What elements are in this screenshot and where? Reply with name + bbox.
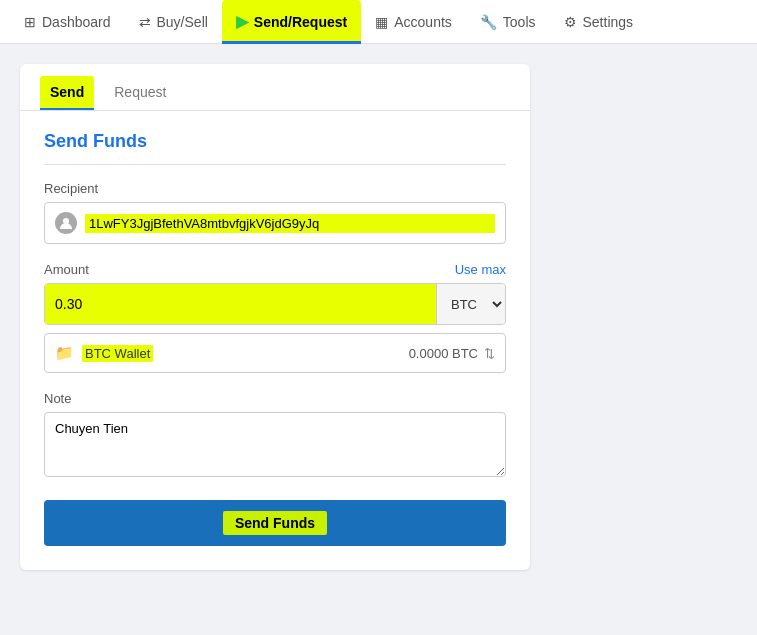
nav-label-settings: Settings — [583, 14, 634, 30]
nav-label-dashboard: Dashboard — [42, 14, 111, 30]
nav-item-buy-sell[interactable]: ⇄ Buy/Sell — [125, 0, 222, 44]
send-btn-wrapper: Send Funds — [44, 500, 506, 546]
wallet-arrows-icon[interactable]: ⇅ — [484, 346, 495, 361]
form-title: Send Funds — [44, 131, 506, 165]
nav-item-settings[interactable]: ⚙ Settings — [550, 0, 648, 44]
nav-item-send-request[interactable]: ▶ Send/Request — [222, 0, 361, 44]
wallet-name: BTC Wallet — [82, 345, 153, 362]
navbar: ⊞ Dashboard ⇄ Buy/Sell ▶ Send/Request ▦ … — [0, 0, 757, 44]
nav-label-accounts: Accounts — [394, 14, 452, 30]
send-request-icon: ▶ — [236, 12, 248, 31]
amount-field-group: Amount Use max BTC USD ETH 📁 BTC Wallet — [44, 262, 506, 373]
note-field-group: Note Chuyen Tien — [44, 391, 506, 480]
accounts-icon: ▦ — [375, 14, 388, 30]
dashboard-icon: ⊞ — [24, 14, 36, 30]
nav-item-tools[interactable]: 🔧 Tools — [466, 0, 550, 44]
tab-send[interactable]: Send — [40, 76, 94, 110]
wallet-icon: 📁 — [55, 344, 74, 362]
currency-select[interactable]: BTC USD ETH — [436, 284, 505, 324]
recipient-label: Recipient — [44, 181, 506, 196]
send-btn-label: Send Funds — [223, 511, 327, 535]
form-area: Send Funds Recipient Amount — [20, 111, 530, 570]
wallet-row: 📁 BTC Wallet 0.0000 BTC ⇅ — [44, 333, 506, 373]
recipient-avatar — [55, 212, 77, 234]
wallet-left: 📁 BTC Wallet — [55, 344, 153, 362]
buy-sell-icon: ⇄ — [139, 14, 151, 30]
amount-row: BTC USD ETH — [44, 283, 506, 325]
nav-item-dashboard[interactable]: ⊞ Dashboard — [10, 0, 125, 44]
send-funds-button[interactable]: Send Funds — [44, 500, 506, 546]
nav-label-send-request: Send/Request — [254, 14, 347, 30]
tab-request-label: Request — [114, 84, 166, 100]
tab-send-label: Send — [50, 84, 84, 100]
recipient-input[interactable] — [85, 214, 495, 233]
nav-label-buy-sell: Buy/Sell — [157, 14, 208, 30]
note-label: Note — [44, 391, 506, 406]
tab-request[interactable]: Request — [104, 76, 176, 110]
wallet-balance-value: 0.0000 BTC — [409, 346, 478, 361]
nav-label-tools: Tools — [503, 14, 536, 30]
amount-input[interactable] — [45, 284, 436, 324]
recipient-field-group: Recipient — [44, 181, 506, 244]
wallet-balance-area: 0.0000 BTC ⇅ — [409, 346, 495, 361]
note-textarea[interactable]: Chuyen Tien — [44, 412, 506, 477]
use-max-link[interactable]: Use max — [455, 262, 506, 277]
amount-label: Amount — [44, 262, 89, 277]
settings-icon: ⚙ — [564, 14, 577, 30]
tools-icon: 🔧 — [480, 14, 497, 30]
recipient-wrapper — [44, 202, 506, 244]
main-content: Send Request Send Funds Recipient — [0, 44, 757, 590]
amount-header: Amount Use max — [44, 262, 506, 277]
nav-item-accounts[interactable]: ▦ Accounts — [361, 0, 466, 44]
send-card: Send Request Send Funds Recipient — [20, 64, 530, 570]
tabs: Send Request — [20, 64, 530, 111]
